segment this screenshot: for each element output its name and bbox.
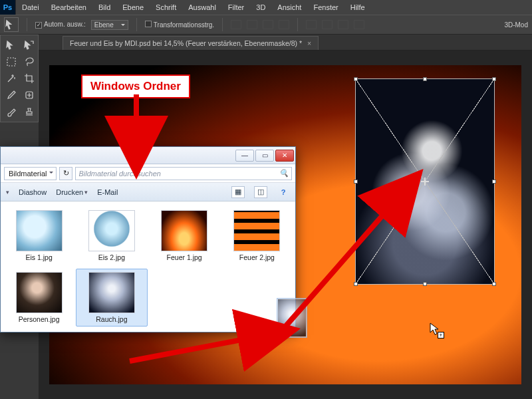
separator bbox=[222, 18, 223, 31]
cmd-drucken[interactable]: Drucken ▾ bbox=[56, 188, 88, 196]
file-item[interactable]: Feuer 2.jpg bbox=[221, 207, 293, 265]
placed-image-transform[interactable] bbox=[355, 78, 495, 285]
transform-handle[interactable] bbox=[492, 77, 496, 81]
file-thumbnail bbox=[88, 272, 135, 313]
align-icon[interactable] bbox=[263, 20, 273, 29]
menu-bild[interactable]: Bild bbox=[92, 3, 116, 11]
file-thumbnail bbox=[16, 272, 63, 313]
menu-bearbeiten[interactable]: Bearbeiten bbox=[45, 3, 92, 11]
distribute-icon[interactable] bbox=[322, 20, 332, 29]
app-logo: Ps bbox=[0, 0, 16, 15]
file-item[interactable]: Eis 1.jpg bbox=[3, 207, 74, 265]
minimize-button[interactable]: — bbox=[235, 150, 254, 162]
menu-ansicht[interactable]: Ansicht bbox=[271, 3, 307, 11]
auto-select-checkbox[interactable]: Autom. ausw.: bbox=[35, 21, 86, 29]
transform-handle[interactable] bbox=[492, 282, 496, 286]
wand-tool[interactable] bbox=[3, 71, 19, 86]
drag-ghost-thumbnail bbox=[277, 298, 307, 338]
separator bbox=[136, 18, 137, 31]
cursor-place-badge: + bbox=[438, 332, 444, 338]
3d-mode-label[interactable]: 3D-Mod bbox=[504, 21, 528, 29]
brush-tool[interactable] bbox=[3, 104, 19, 119]
maximize-button[interactable]: ▭ bbox=[255, 150, 274, 162]
heal-tool[interactable] bbox=[21, 88, 37, 102]
menu-schrift[interactable]: Schrift bbox=[150, 3, 182, 11]
transform-handle[interactable] bbox=[492, 180, 496, 184]
eyedropper-tool[interactable] bbox=[3, 88, 19, 102]
window-titlebar[interactable]: — ▭ ✕ bbox=[1, 147, 295, 164]
cmd-email[interactable]: E-Mail bbox=[97, 188, 118, 196]
cmd-diashow[interactable]: Diashow bbox=[19, 188, 47, 196]
artboard-tool[interactable] bbox=[21, 38, 37, 53]
align-icon[interactable] bbox=[247, 20, 257, 29]
toolbox bbox=[0, 35, 39, 122]
file-label: Feuer 2.jpg bbox=[239, 253, 275, 261]
command-bar: ▾ Diashow Drucken ▾ E-Mail ▦ ◫ ? bbox=[1, 183, 295, 201]
preview-pane-button[interactable]: ◫ bbox=[254, 186, 267, 198]
annotation-label: Windows Ordner bbox=[81, 74, 190, 98]
document-tab[interactable]: Feuer und Eis by MDI.psd bei 14,5% (Feue… bbox=[63, 36, 319, 50]
menu-ebene[interactable]: Ebene bbox=[116, 3, 150, 11]
file-list: Eis 1.jpg Eis 2.jpg Feuer 1.jpg Feuer 2.… bbox=[1, 201, 295, 332]
transform-handle[interactable] bbox=[354, 77, 358, 81]
options-bar: Autom. ausw.: Ebene Transformationsstrg.… bbox=[0, 15, 532, 35]
help-button[interactable]: ? bbox=[277, 186, 290, 198]
align-icon[interactable] bbox=[231, 20, 241, 29]
refresh-button[interactable]: ↻ bbox=[59, 167, 72, 180]
menu-filter[interactable]: Filter bbox=[222, 3, 250, 11]
stamp-tool[interactable] bbox=[21, 104, 37, 119]
file-thumbnail bbox=[161, 210, 207, 251]
align-icon[interactable] bbox=[279, 20, 289, 29]
file-item[interactable]: Personen.jpg bbox=[3, 269, 74, 327]
cursor-icon: + bbox=[430, 323, 440, 339]
close-button[interactable]: ✕ bbox=[275, 150, 294, 162]
crop-tool[interactable] bbox=[21, 71, 37, 86]
separator bbox=[297, 18, 298, 31]
file-label: Rauch.jpg bbox=[96, 315, 127, 323]
file-thumbnail bbox=[88, 210, 135, 251]
distribute-icon[interactable] bbox=[338, 20, 348, 29]
svg-rect-0 bbox=[7, 58, 15, 66]
document-tabbar: Feuer und Eis by MDI.psd bei 14,5% (Feue… bbox=[0, 35, 532, 51]
move-tool[interactable] bbox=[3, 38, 19, 53]
menu-fenster[interactable]: Fenster bbox=[307, 3, 344, 11]
menu-3d[interactable]: 3D bbox=[250, 3, 271, 11]
search-placeholder: Bildmaterial durchsuchen bbox=[78, 170, 161, 178]
transform-handle[interactable] bbox=[423, 77, 427, 81]
transform-handle[interactable] bbox=[354, 282, 358, 286]
transform-handle[interactable] bbox=[423, 282, 427, 286]
separator bbox=[27, 18, 27, 31]
file-label: Eis 2.jpg bbox=[98, 253, 125, 261]
file-item[interactable]: Eis 2.jpg bbox=[76, 207, 147, 265]
file-label: Personen.jpg bbox=[19, 315, 60, 323]
view-mode-button[interactable]: ▦ bbox=[231, 186, 245, 198]
distribute-icon[interactable] bbox=[354, 20, 364, 29]
file-label: Eis 1.jpg bbox=[25, 253, 52, 261]
menu-datei[interactable]: Datei bbox=[16, 3, 45, 11]
file-label: Feuer 1.jpg bbox=[167, 253, 202, 261]
address-bar: Bildmaterial ↻ Bildmaterial durchsuchen … bbox=[1, 164, 295, 183]
menubar: Ps Datei Bearbeiten Bild Ebene Schrift A… bbox=[0, 0, 532, 15]
transform-center-icon[interactable] bbox=[421, 178, 429, 186]
file-item[interactable]: Rauch.jpg bbox=[76, 269, 147, 327]
auto-select-target[interactable]: Ebene bbox=[91, 20, 128, 30]
transform-handle[interactable] bbox=[354, 180, 358, 184]
refresh-icon: ↻ bbox=[63, 169, 69, 178]
close-tab-icon[interactable]: × bbox=[307, 39, 311, 47]
marquee-tool[interactable] bbox=[3, 55, 19, 69]
search-input[interactable]: Bildmaterial durchsuchen 🔍 bbox=[75, 167, 292, 180]
transform-controls-checkbox[interactable]: Transformationsstrg. bbox=[145, 21, 214, 29]
file-item[interactable]: Feuer 1.jpg bbox=[149, 207, 220, 265]
document-tab-title: Feuer und Eis by MDI.psd bei 14,5% (Feue… bbox=[70, 39, 302, 47]
back-dropdown[interactable]: ▾ bbox=[6, 189, 9, 196]
breadcrumb[interactable]: Bildmaterial bbox=[4, 167, 57, 180]
explorer-window[interactable]: — ▭ ✕ Bildmaterial ↻ Bildmaterial durchs… bbox=[0, 146, 296, 332]
file-thumbnail bbox=[233, 210, 280, 251]
menu-hilfe[interactable]: Hilfe bbox=[344, 3, 371, 11]
active-tool-icon[interactable] bbox=[4, 17, 19, 32]
menu-auswahl[interactable]: Auswahl bbox=[182, 3, 222, 11]
file-thumbnail bbox=[16, 210, 63, 251]
lasso-tool[interactable] bbox=[21, 55, 37, 69]
search-icon: 🔍 bbox=[279, 169, 289, 178]
distribute-icon[interactable] bbox=[306, 20, 317, 29]
